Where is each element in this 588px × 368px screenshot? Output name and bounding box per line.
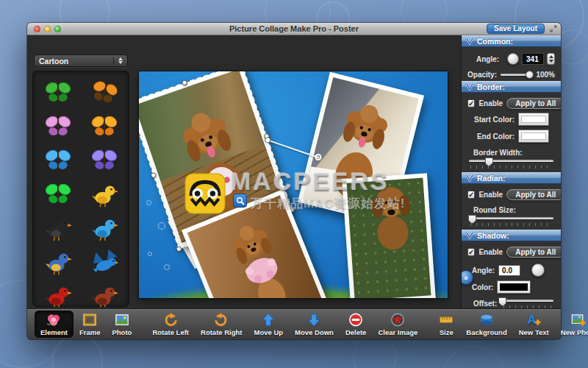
desktop-ring bbox=[441, 346, 507, 368]
section-header-radian[interactable]: Radian: bbox=[462, 172, 561, 184]
toolbar-photo-button[interactable]: Photo bbox=[106, 311, 137, 338]
shadow-angle-label: Angle: bbox=[472, 266, 495, 275]
resize-handle-sw[interactable] bbox=[176, 246, 182, 252]
border-width-label: Border Width: bbox=[473, 149, 523, 157]
ruler-icon bbox=[438, 312, 454, 328]
start-color-well[interactable] bbox=[518, 113, 549, 126]
element-yellow-chick[interactable] bbox=[81, 177, 127, 211]
shadow-color-label: Color: bbox=[472, 283, 493, 291]
border-enable-label: Enable bbox=[478, 99, 503, 107]
round-size-slider[interactable] bbox=[467, 215, 555, 227]
shadow-angle-field[interactable]: 0.0 bbox=[498, 265, 520, 276]
section-header-common[interactable]: Common: bbox=[462, 35, 561, 47]
settings-panel: Common: Angle: 341 Opacity: 100% bbox=[461, 35, 561, 308]
shadow-offset-label: Offset: bbox=[473, 300, 497, 308]
border-apply-all-button[interactable]: Apply to All bbox=[506, 98, 561, 109]
round-size-label: Round Size: bbox=[473, 206, 516, 214]
opacity-slider-thumb[interactable] bbox=[526, 71, 534, 79]
start-color-label: Start Color: bbox=[472, 116, 514, 124]
minimize-button[interactable] bbox=[44, 26, 51, 32]
toolbar-element-button[interactable]: Element bbox=[35, 311, 74, 338]
delete-icon bbox=[348, 312, 364, 328]
arrow-up-icon bbox=[260, 312, 276, 328]
toolbar-background-button[interactable]: Background bbox=[460, 311, 512, 338]
radian-enable-checkbox[interactable]: ✓ bbox=[467, 191, 475, 199]
opacity-label: Opacity: bbox=[467, 71, 497, 79]
photo-icon bbox=[114, 312, 130, 328]
element-black-bird[interactable] bbox=[35, 211, 81, 245]
element-neon-green-butterfly[interactable] bbox=[35, 177, 81, 211]
element-blue-butterfly[interactable] bbox=[35, 144, 81, 177]
collapse-icon bbox=[465, 174, 474, 182]
toolbar-move-down-button[interactable]: Move Down bbox=[289, 311, 340, 338]
resize-handle-n[interactable] bbox=[182, 79, 188, 86]
end-color-well[interactable] bbox=[518, 130, 549, 143]
shadow-color-well[interactable] bbox=[497, 280, 531, 294]
element-green-butterfly[interactable] bbox=[35, 76, 81, 110]
resize-handle-w[interactable] bbox=[150, 172, 157, 179]
radian-apply-all-button[interactable]: Apply to All bbox=[506, 189, 561, 200]
element-red-bird[interactable] bbox=[35, 279, 81, 308]
toolbar-delete-button[interactable]: Delete bbox=[340, 311, 373, 338]
dog-illustration bbox=[210, 205, 313, 298]
shadow-angle-knob[interactable] bbox=[531, 263, 545, 277]
radian-enable-label: Enable bbox=[478, 191, 503, 199]
element-pink-butterfly[interactable] bbox=[35, 110, 81, 144]
toolbar-rotate-right-button[interactable]: Rotate Right bbox=[195, 311, 248, 338]
bubble bbox=[164, 264, 170, 270]
element-blue-bird[interactable] bbox=[81, 211, 127, 245]
new-photo-icon bbox=[570, 312, 587, 328]
toolbar-new-photo-button[interactable]: New Photo bbox=[555, 311, 588, 338]
select-stepper-icon bbox=[113, 57, 123, 64]
background-icon bbox=[478, 312, 495, 328]
collage-canvas[interactable]: MACPEERS 万千精品MAC资源始发站! bbox=[139, 71, 448, 298]
clear-image-icon bbox=[390, 312, 406, 328]
rotate-right-icon bbox=[213, 312, 229, 328]
svg-text:A: A bbox=[528, 313, 537, 326]
angle-field[interactable]: 341 bbox=[523, 54, 543, 64]
watermark-subtitle: 万千精品MAC资源始发站! bbox=[251, 195, 405, 212]
toolbar-move-up-button[interactable]: Move Up bbox=[248, 311, 290, 338]
traffic-lights bbox=[34, 26, 61, 32]
category-select-value: Cartoon bbox=[39, 57, 68, 66]
rotate-left-icon bbox=[162, 312, 179, 328]
collapse-icon bbox=[465, 38, 474, 45]
app-window: Picture Collage Make Pro - Poster Save L… bbox=[27, 23, 561, 339]
watermark-logo-icon bbox=[184, 173, 226, 214]
toolbar-clear-image-button[interactable]: Clear Image bbox=[372, 311, 423, 338]
element-dark-red-bird[interactable] bbox=[81, 279, 127, 308]
end-color-label: End Color: bbox=[472, 132, 514, 141]
title-bar[interactable]: Picture Collage Make Pro - Poster Save L… bbox=[27, 23, 561, 35]
shadow-enable-checkbox[interactable]: ✓ bbox=[467, 248, 475, 256]
border-enable-checkbox[interactable]: ✓ bbox=[467, 99, 475, 107]
toolbar-rotate-left-button[interactable]: Rotate Left bbox=[146, 311, 195, 338]
category-select[interactable]: Cartoon bbox=[34, 54, 128, 67]
element-blue-yellow-bird[interactable] bbox=[35, 245, 81, 279]
angle-knob[interactable] bbox=[507, 53, 519, 65]
section-header-shadow[interactable]: Shadow: bbox=[462, 230, 561, 241]
element-monarch-butterfly[interactable] bbox=[81, 76, 127, 110]
element-flying-blue-bird[interactable] bbox=[81, 245, 127, 279]
main-content: Cartoon Zoom: bbox=[27, 35, 561, 308]
element-list bbox=[32, 71, 129, 308]
opacity-slider[interactable] bbox=[501, 71, 532, 79]
toolbar-frame-button[interactable]: Frame bbox=[74, 311, 107, 338]
opacity-value: 100% bbox=[536, 71, 555, 79]
fullscreen-icon[interactable] bbox=[550, 25, 557, 32]
shadow-offset-slider[interactable] bbox=[501, 297, 555, 308]
shadow-apply-all-button[interactable]: Apply to All bbox=[506, 247, 561, 258]
close-button[interactable] bbox=[34, 26, 40, 32]
rotation-handle-start[interactable] bbox=[264, 136, 271, 144]
zoom-button[interactable] bbox=[54, 26, 61, 32]
save-layout-button[interactable]: Save Layout bbox=[487, 24, 545, 34]
border-width-slider[interactable] bbox=[467, 158, 555, 170]
bubble bbox=[158, 222, 165, 230]
toolbar-new-text-button[interactable]: A New Text bbox=[513, 311, 555, 338]
element-violet-butterfly[interactable] bbox=[81, 144, 127, 177]
toolbar-size-button[interactable]: Size bbox=[432, 311, 460, 338]
section-header-border[interactable]: Border: bbox=[462, 81, 561, 93]
bubble bbox=[148, 252, 152, 256]
angle-stepper[interactable] bbox=[547, 53, 555, 65]
element-orange-butterfly[interactable] bbox=[81, 110, 127, 144]
flower-icon bbox=[46, 312, 62, 328]
